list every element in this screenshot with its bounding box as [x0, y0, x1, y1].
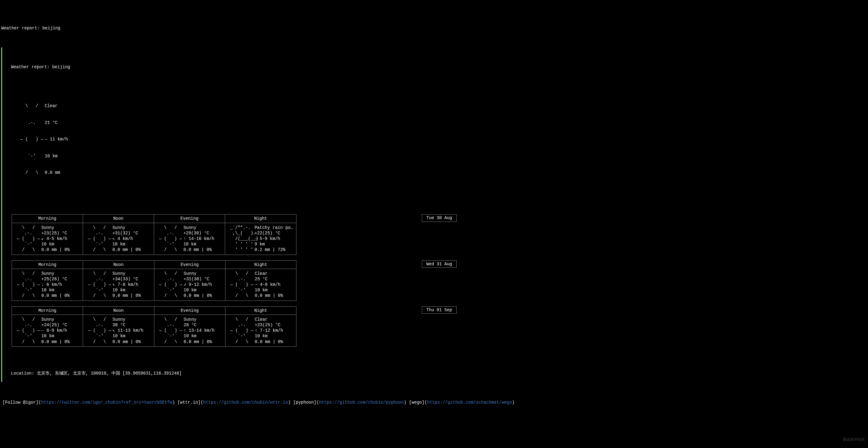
weather-art: ― ( ) ― — [20, 136, 45, 142]
temp-text: +31(30) °C — [184, 276, 222, 282]
weather-art: .-. — [20, 120, 45, 126]
wind-text: ↑ 14-16 km/h — [183, 236, 222, 241]
precip-text: 0.0 mm | 0% — [113, 293, 151, 298]
forecast-cell: \ / .-. ― ( ) ― `-' / \ Sunny+31(30) °C↗… — [154, 269, 225, 301]
weather-art: \ / — [20, 103, 45, 109]
visibility-text: 10 km — [184, 287, 222, 293]
current-temp: 21 °C — [45, 120, 58, 126]
location-line: Location: 北京市, 东城区, 北京市, 100010, 中国 [39.… — [5, 371, 867, 376]
wind-text: ↙ 4-5 km/h — [41, 236, 80, 241]
condition-text: Sunny — [184, 317, 222, 322]
condition-text: Sunny — [113, 225, 151, 231]
forecast-table: MorningNoonEveningNight \ / .-. ― ( ) ― … — [12, 214, 297, 254]
visibility-text: 10 km — [113, 287, 151, 293]
temp-text: +22(25) °C — [254, 231, 293, 236]
visibility-text: 10 km — [41, 333, 80, 339]
precip-text: 0.0 mm | 0% — [183, 247, 222, 252]
period-header: Noon — [83, 306, 154, 315]
condition-text: Patchy rain po… — [254, 225, 293, 231]
precip-text: 0.0 mm | 0% — [41, 339, 80, 345]
forecast-cell: \ / .-. ― ( ) ― `-' / \ Sunny30 °C↖ 11-1… — [83, 315, 154, 346]
footer-text: ) — [288, 400, 293, 405]
temp-text: +29(30) °C — [183, 231, 222, 236]
forecast-cell: \ / .-. ― ( ) ― `-' / \ Sunny+23(25) °C↙… — [12, 223, 83, 254]
period-header: Noon — [83, 214, 154, 223]
footer-link[interactable]: https://github.com/chubin/wttr.in — [203, 400, 288, 405]
visibility-text: 10 km — [113, 241, 151, 247]
terminal-output-block: Weather report: beijing \ / Clear .-. 21… — [1, 47, 867, 382]
footer-text: [wttr.in]( — [177, 400, 203, 405]
visibility-text: 10 km — [41, 241, 80, 247]
weather-art: \ / .-. ― ( ) ― `-' / \ — [88, 225, 113, 253]
condition-text: Clear — [255, 271, 293, 276]
weather-art: \ / .-. ― ( ) ― `-' / \ — [159, 271, 184, 299]
period-header: Morning — [12, 306, 83, 315]
condition-text: Sunny — [113, 271, 151, 276]
footer-text: ) — [404, 400, 409, 405]
temp-text: +25(26) °C — [41, 276, 80, 282]
footer-link[interactable]: https://github.com/chubin/pyphoon — [319, 400, 404, 405]
period-header: Evening — [154, 214, 225, 223]
temp-text: +34(33) °C — [113, 276, 151, 282]
footer-text: [pyphoon]( — [293, 400, 319, 405]
weather-art: \ / .-. ― ( ) ― `-' / \ — [230, 317, 255, 345]
condition-text: Sunny — [41, 271, 80, 276]
period-header: Night — [225, 214, 296, 223]
precip-text: 0.0 mm | 0% — [255, 293, 293, 298]
weather-art: \ / .-. ― ( ) ― `-' / \ — [88, 271, 113, 299]
condition-text: Clear — [255, 317, 293, 322]
condition-text: Sunny — [113, 317, 151, 322]
period-header: Evening — [154, 261, 225, 269]
temp-text: 30 °C — [113, 322, 151, 328]
day-date-tab: Wed 31 Aug — [422, 261, 457, 268]
condition-text: Sunny — [183, 225, 222, 231]
forecast-cell: \ / .-. ― ( ) ― `-' / \ Clear25 °C→ 4-8 … — [225, 269, 296, 301]
temp-text: 28 °C — [184, 322, 222, 328]
visibility-text: 10 km — [184, 333, 222, 339]
period-header: Morning — [12, 214, 83, 223]
forecast-day: Wed 31 AugMorningNoonEveningNight \ / .-… — [12, 261, 867, 301]
forecast-cell: \ / .-. ― ( ) ― `-' / \ Sunny+34(33) °C↖… — [83, 269, 154, 301]
condition-text: Sunny — [41, 225, 80, 231]
footer-link[interactable]: https://twitter.com/igor_chubin?ref_src=… — [41, 400, 172, 405]
weather-art: / \ — [20, 170, 45, 175]
temp-text: +31(32) °C — [113, 231, 151, 236]
weather-art: \ / .-. ― ( ) ― `-' / \ — [159, 225, 183, 253]
precip-text: 0.2 mm | 72% — [254, 247, 293, 252]
visibility-text: 10 km — [41, 287, 80, 293]
current-conditions: \ / Clear .-. 21 °C ― ( ) ―→ 11 km/h `-'… — [5, 92, 867, 187]
temp-text: 25 °C — [255, 276, 293, 282]
precip-text: 0.0 mm | 0% — [113, 339, 151, 345]
current-wind: → 11 km/h — [45, 136, 68, 142]
temp-text: +24(25) °C — [41, 322, 80, 328]
period-header: Noon — [83, 261, 154, 269]
footer-link[interactable]: https://github.com/schachmat/wego — [427, 400, 512, 405]
wind-text: ↑ 7-12 km/h — [255, 328, 293, 333]
weather-art: \ / .-. ― ( ) ― `-' / \ — [159, 317, 184, 345]
footer-text: ) — [173, 400, 178, 405]
forecast-day: Tue 30 AugMorningNoonEveningNight \ / .-… — [12, 214, 867, 254]
forecast-cell: \ / .-. ― ( ) ― `-' / \ Sunny+29(30) °C↑… — [154, 223, 225, 254]
visibility-text: 10 km — [255, 333, 293, 339]
weather-art: \ / .-. ― ( ) ― `-' / \ — [17, 225, 41, 253]
visibility-text: 10 km — [183, 241, 222, 247]
precip-text: 0.0 mm | 0% — [184, 339, 222, 345]
forecast-table: MorningNoonEveningNight \ / .-. ― ( ) ― … — [12, 261, 297, 301]
forecast-cell: \ / .-. ― ( ) ― `-' / \ Sunny+25(26) °C↓… — [12, 269, 83, 301]
period-header: Morning — [12, 261, 83, 269]
weather-art: \ / .-. ― ( ) ― `-' / \ — [17, 317, 41, 345]
forecast-cell: \ / .-. ― ( ) ― `-' / \ Sunny+31(32) °C↖… — [83, 223, 154, 254]
current-condition: Clear — [45, 103, 58, 109]
visibility-text: 9 km — [254, 241, 293, 247]
visibility-text: 10 km — [113, 333, 151, 339]
weather-art: \ / .-. ― ( ) ― `-' / \ — [17, 271, 41, 299]
period-header: Night — [225, 306, 296, 315]
wind-text: → 4-8 km/h — [255, 282, 293, 287]
wind-text: ↖ 11-13 km/h — [113, 328, 151, 333]
footer-text: [Follow @igor]( — [2, 400, 41, 405]
day-date-tab: Thu 01 Sep — [422, 306, 457, 314]
weather-art: _`/"".-. ,\_( ). /(___(__) ' ' ' ' ' ' '… — [230, 225, 254, 253]
forecast-table: MorningNoonEveningNight \ / .-. ― ( ) ― … — [12, 306, 297, 347]
precip-text: 0.0 mm | 0% — [41, 247, 80, 252]
footer-text: ) — [512, 400, 515, 405]
